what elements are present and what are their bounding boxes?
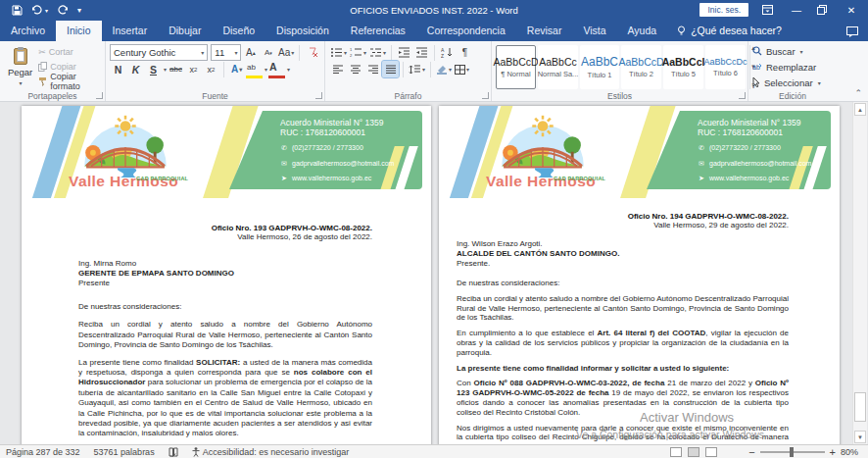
subscript-button[interactable]: x2 xyxy=(185,61,202,77)
proofing-icon[interactable] xyxy=(169,447,178,457)
bold-button[interactable]: N xyxy=(110,61,126,77)
ribbon-display-options-icon[interactable] xyxy=(762,5,776,15)
italic-button[interactable]: K xyxy=(127,61,144,77)
font-size-combo[interactable]: 11▾ xyxy=(211,44,241,61)
style-titulo-5[interactable]: AaBbCcI Título 5 xyxy=(663,45,703,89)
page-indicator[interactable]: Página 287 de 332 xyxy=(6,447,80,457)
tab-diseno[interactable]: Diseño xyxy=(212,21,265,41)
align-left-button[interactable] xyxy=(329,61,346,77)
word-count[interactable]: 53761 palabras xyxy=(94,447,155,457)
recipient-title: ALCALDE DEL CANTÓN SANTO DOMINGO. xyxy=(457,249,789,259)
replace-button[interactable]: ab Reemplazar xyxy=(752,60,833,74)
redo-icon[interactable] xyxy=(57,5,69,15)
tell-me-box[interactable]: ¿Qué desea hacer? xyxy=(667,21,792,41)
style-titulo-2[interactable]: AaBbCcD Título 2 xyxy=(621,45,661,89)
bullets-button[interactable]: ▾ xyxy=(329,44,348,61)
borders-button[interactable]: ▾ xyxy=(454,61,470,77)
tab-referencias[interactable]: Referencias xyxy=(340,21,416,41)
zoom-out-button[interactable]: − xyxy=(748,447,754,457)
find-button[interactable]: Buscar▾ xyxy=(752,44,833,58)
read-mode-button[interactable] xyxy=(670,447,682,457)
scroll-up-icon[interactable]: ▲ xyxy=(854,103,866,116)
tab-revisar[interactable]: Revisar xyxy=(516,21,573,41)
salutation: De nuestras consideraciones: xyxy=(457,279,789,288)
highlight-button[interactable]: ab xyxy=(246,61,263,77)
document-page-1[interactable]: Acuerdo Ministerial N° 1359 RUC : 176812… xyxy=(22,106,431,444)
line-spacing-button[interactable]: ▾ xyxy=(408,61,426,77)
shading-button[interactable]: ▾ xyxy=(435,61,453,77)
paragraph-dialog-launcher[interactable] xyxy=(482,92,489,99)
align-right-button[interactable] xyxy=(364,61,381,77)
close-button[interactable]: ✕ xyxy=(844,5,858,16)
tab-dibujar[interactable]: Dibujar xyxy=(158,21,212,41)
strikethrough-button[interactable]: abc xyxy=(168,61,184,77)
tab-vista[interactable]: Vista xyxy=(572,21,616,41)
letter-body[interactable]: Oficio Nro. 193 GADPRVH-O-WMC-08-2022. V… xyxy=(22,224,431,439)
email-icon: ✉ xyxy=(698,159,705,169)
oficio-number: Oficio Nro. 194 GADPRVH-O-WMC-08-2022. xyxy=(457,212,789,221)
print-layout-button[interactable] xyxy=(688,447,699,457)
zoom-slider-thumb[interactable] xyxy=(790,447,794,457)
vertical-scrollbar[interactable]: ▲ ▼ xyxy=(852,102,867,444)
font-name-combo[interactable]: Century Gothic▾ xyxy=(110,44,208,61)
tab-insertar[interactable]: Insertar xyxy=(102,21,159,41)
letterhead: Acuerdo Ministerial N° 1359 RUC : 176812… xyxy=(439,106,840,198)
tab-inicio[interactable]: Inicio xyxy=(56,21,102,41)
tab-archivo[interactable]: Archivo xyxy=(0,21,56,41)
undo-icon[interactable]: ▾ xyxy=(31,5,48,15)
web-layout-button[interactable] xyxy=(705,447,717,457)
change-case-button[interactable]: Aa▾ xyxy=(277,44,295,61)
zoom-level[interactable]: 80% xyxy=(841,447,862,457)
paste-button[interactable]: Pegar ▾ xyxy=(4,44,36,89)
format-painter-button[interactable]: Copiar formato xyxy=(36,75,101,88)
sort-button[interactable]: AZ xyxy=(439,44,456,61)
font-color-button[interactable]: A xyxy=(268,61,285,77)
document-area: Acuerdo Ministerial N° 1359 RUC : 176812… xyxy=(0,102,868,444)
accessibility-icon xyxy=(192,447,200,457)
scrollbar-thumb[interactable] xyxy=(854,392,866,422)
collapse-ribbon-icon[interactable]: ⌃ xyxy=(854,88,862,98)
group-portapapeles: Pegar ▾ ✂Cortar Copiar Copiar formato Po… xyxy=(0,41,106,101)
minimize-button[interactable]: — xyxy=(790,5,803,16)
increase-indent-button[interactable] xyxy=(413,44,430,61)
ruc: RUC : 1768120600001 xyxy=(280,127,422,137)
text-effects-button[interactable]: A▾ xyxy=(228,61,245,77)
styles-dialog-launcher[interactable] xyxy=(739,92,746,99)
customize-qat-icon[interactable]: ▾ xyxy=(77,6,81,15)
font-dialog-launcher[interactable] xyxy=(315,92,322,99)
acuerdo-ministerial: Acuerdo Ministerial N° 1359 xyxy=(280,118,422,127)
tab-correspondencia[interactable]: Correspondencia xyxy=(416,21,516,41)
select-button[interactable]: Seleccionar▾ xyxy=(752,76,833,89)
zoom-in-button[interactable]: + xyxy=(830,447,836,457)
tab-disposicion[interactable]: Disposición xyxy=(265,21,340,41)
multilevel-list-button[interactable]: ▾ xyxy=(368,44,387,61)
zoom-slider[interactable] xyxy=(760,451,825,453)
activate-windows-watermark: Activar Windows xyxy=(640,410,734,425)
style-normal[interactable]: AaBbCcD ¶ Normal xyxy=(496,45,536,89)
superscript-button[interactable]: x2 xyxy=(203,61,219,77)
sign-in-button[interactable]: Inic. ses. xyxy=(699,3,748,17)
document-page-2[interactable]: Acuerdo Ministerial N° 1359 RUC : 176812… xyxy=(439,106,840,444)
scroll-down-icon[interactable]: ▼ xyxy=(854,431,866,443)
cut-button[interactable]: ✂Cortar xyxy=(36,45,101,59)
clear-formatting-button[interactable] xyxy=(304,44,320,61)
save-icon[interactable] xyxy=(12,5,23,16)
grow-font-button[interactable]: A▴ xyxy=(242,44,259,61)
style-titulo-6[interactable]: AaBbCcDc Título 6 xyxy=(705,45,746,89)
underline-button[interactable]: S xyxy=(145,61,162,77)
clipboard-icon xyxy=(14,48,27,65)
restore-button[interactable] xyxy=(817,5,831,15)
justify-button[interactable] xyxy=(382,61,399,77)
align-center-button[interactable] xyxy=(347,61,363,77)
style-titulo-1[interactable]: AaBbC Título 1 xyxy=(580,45,619,89)
tab-ayuda[interactable]: Ayuda xyxy=(617,21,668,41)
salutation: De nuestras consideraciones: xyxy=(78,302,372,312)
style-normal-sa[interactable]: AaBbCc Normal Sa... xyxy=(538,45,578,89)
accessibility-status[interactable]: Accesibilidad: es necesario investigar xyxy=(192,447,350,457)
show-marks-button[interactable]: ¶ xyxy=(457,44,473,61)
clipboard-dialog-launcher[interactable] xyxy=(96,92,103,99)
shrink-font-button[interactable]: A▾ xyxy=(260,44,276,61)
decrease-indent-button[interactable] xyxy=(396,44,412,61)
feedback-icon[interactable] xyxy=(846,26,858,37)
numbering-button[interactable]: 12▾ xyxy=(349,44,367,61)
